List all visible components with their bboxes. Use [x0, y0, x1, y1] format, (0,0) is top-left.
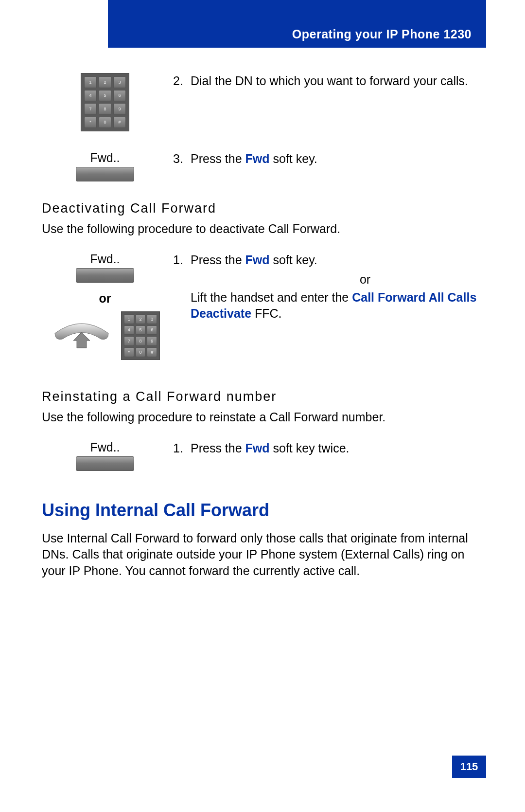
deactivate-right-column: 1. Press the Fwd soft key. or Lift the h… [168, 252, 484, 326]
keypad-graphic-column: 1 2 3 4 5 6 7 8 9 * 0 # [42, 73, 168, 131]
reinstate-right-column: 1. Press the Fwd soft key twice. [168, 440, 484, 461]
deactivate-step-1-key: Fwd [245, 253, 270, 267]
reinstate-step-1-key: Fwd [245, 441, 270, 455]
key-8: 8 [99, 103, 111, 115]
step-2-number: 2. [173, 73, 191, 90]
step-2-text-column: 2. Dial the DN to which you want to forw… [168, 73, 484, 93]
internal-body: Use Internal Call Forward to forward onl… [42, 530, 484, 579]
key-5: 5 [99, 90, 111, 102]
step-3-text: Press the Fwd soft key. [191, 151, 484, 167]
key2-6: 6 [147, 325, 157, 335]
deactivate-intro: Use the following procedure to deactivat… [42, 221, 484, 237]
step-3-post: soft key. [270, 152, 317, 165]
key2-2: 2 [136, 314, 146, 324]
key2-1: 1 [124, 314, 134, 324]
softkey-button-icon-3 [76, 456, 134, 471]
keypad-icon-2: 1 2 3 4 5 6 7 8 9 * 0 # [121, 311, 160, 360]
softkey-button-icon [76, 167, 134, 181]
key-hash: # [113, 117, 126, 128]
key2-8: 8 [136, 336, 146, 346]
header-bar: Operating your IP Phone 1230 [108, 0, 486, 48]
internal-heading: Using Internal Call Forward [42, 500, 484, 521]
keypad-icon: 1 2 3 4 5 6 7 8 9 * 0 # [81, 73, 129, 131]
or-label-left: or [99, 291, 111, 306]
key-0: 0 [99, 117, 111, 128]
reinstate-step-1-post: soft key twice. [270, 441, 350, 455]
key2-3: 3 [147, 314, 157, 324]
deactivate-alt-pre: Lift the handset and enter the [191, 290, 352, 304]
step-3-row: Fwd.. 3. Press the Fwd soft key. [42, 151, 484, 181]
softkey-button-icon-2 [76, 268, 134, 283]
deactivate-alt-post: FFC. [251, 307, 282, 320]
step-2: 2. Dial the DN to which you want to forw… [173, 73, 484, 90]
step-3-key: Fwd [245, 152, 270, 165]
handset-lift-icon [50, 319, 113, 353]
key2-4: 4 [124, 325, 134, 335]
fwd-label-3: Fwd.. [90, 440, 120, 454]
key-2: 2 [99, 76, 111, 88]
reinstate-step-row: Fwd.. 1. Press the Fwd soft key twice. [42, 440, 484, 471]
deactivate-alt-text: Lift the handset and enter the Call Forw… [191, 289, 484, 323]
deactivate-left-column: Fwd.. or [42, 252, 168, 360]
fwd-softkey-column: Fwd.. [42, 151, 168, 181]
reinstate-step-1: 1. Press the Fwd soft key twice. [173, 440, 484, 457]
step-2-text: Dial the DN to which you want to forward… [191, 73, 484, 90]
reinstate-intro: Use the following procedure to reinstate… [42, 409, 484, 426]
reinstate-left-column: Fwd.. [42, 440, 168, 471]
reinstate-step-1-pre: Press the [191, 441, 245, 455]
deactivate-alt: Lift the handset and enter the Call Forw… [173, 289, 484, 323]
deactivate-step-1-text: Press the Fwd soft key. [191, 252, 484, 269]
key-star: * [84, 117, 97, 128]
reinstate-step-1-text: Press the Fwd soft key twice. [191, 440, 484, 457]
page-number: 115 [460, 760, 478, 773]
fwd-label-2: Fwd.. [90, 252, 120, 266]
step-3-text-column: 3. Press the Fwd soft key. [168, 151, 484, 171]
handset-keypad-row: 1 2 3 4 5 6 7 8 9 * 0 # [50, 311, 160, 360]
key2-5: 5 [136, 325, 146, 335]
reinstate-heading: Reinstating a Call Forward number [42, 389, 484, 404]
deactivate-step-row: Fwd.. or [42, 252, 484, 360]
header-title: Operating your IP Phone 1230 [292, 27, 472, 41]
or-label-right: or [246, 272, 484, 287]
content-area: 1 2 3 4 5 6 7 8 9 * 0 # 2. Dial the DN [42, 63, 484, 594]
key-7: 7 [84, 103, 97, 115]
key-1: 1 [84, 76, 97, 88]
key2-0: 0 [136, 347, 146, 357]
fwd-label: Fwd.. [90, 151, 120, 165]
deactivate-heading: Deactivating Call Forward [42, 201, 484, 216]
reinstate-step-1-number: 1. [173, 440, 191, 457]
key2-star: * [124, 347, 134, 357]
page-number-box: 115 [452, 756, 486, 778]
deactivate-step-1-pre: Press the [191, 253, 245, 267]
deactivate-step-1-post: soft key. [270, 253, 317, 267]
key-3: 3 [113, 76, 126, 88]
key-6: 6 [113, 90, 126, 102]
key2-7: 7 [124, 336, 134, 346]
step-3-number: 3. [173, 151, 191, 167]
deactivate-step-1: 1. Press the Fwd soft key. [173, 252, 484, 269]
step-3-pre: Press the [191, 152, 245, 165]
deactivate-step-1-number: 1. [173, 252, 191, 269]
key-4: 4 [84, 90, 97, 102]
step-3: 3. Press the Fwd soft key. [173, 151, 484, 167]
key-9: 9 [113, 103, 126, 115]
key2-hash: # [147, 347, 157, 357]
step-2-row: 1 2 3 4 5 6 7 8 9 * 0 # 2. Dial the DN [42, 73, 484, 131]
key2-9: 9 [147, 336, 157, 346]
page: Operating your IP Phone 1230 1 2 3 4 5 6… [0, 0, 525, 812]
